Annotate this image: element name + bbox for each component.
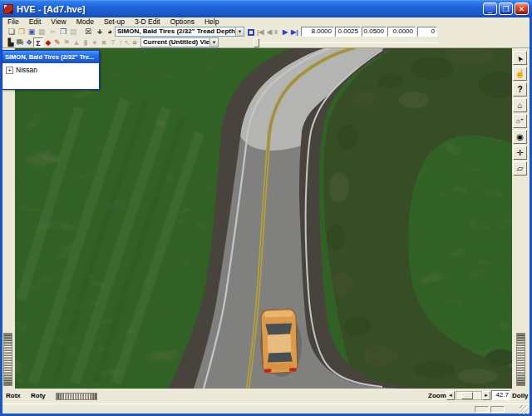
- menu-help[interactable]: Help: [200, 17, 224, 27]
- perspective-button[interactable]: ▱: [513, 161, 527, 176]
- event-tree-palette: SIMON, Bald Tires (2/32" Tre... + Nissan: [2, 50, 100, 90]
- title-bar: HVE - [Ad7.hve] _ ❐ ✕: [0, 0, 532, 17]
- zoom-right-arrow[interactable]: ►: [482, 391, 490, 400]
- current-time-field[interactable]: 0.0000: [387, 27, 416, 37]
- status-bar: [2, 404, 530, 414]
- step-back-button[interactable]: ◀: [267, 27, 272, 37]
- to-end-button[interactable]: ▶|: [291, 27, 298, 37]
- vehicle-nissan[interactable]: [259, 309, 303, 378]
- home-button[interactable]: ⌂: [513, 98, 527, 112]
- end-time-field[interactable]: 8.0000: [301, 27, 334, 37]
- pause-button[interactable]: ‖: [274, 27, 278, 37]
- set-home-button[interactable]: ⌂⁺: [513, 114, 527, 128]
- menu-3d-edit[interactable]: 3-D Edit: [130, 17, 165, 27]
- simulation-combo-value: SIMON, Bald Tires (2/32" Tread Depth): [117, 27, 238, 35]
- status-pane: [490, 406, 505, 413]
- zoom-slider-track[interactable]: [456, 391, 482, 400]
- play-button[interactable]: ▶: [283, 27, 288, 37]
- viewport-3d[interactable]: [15, 48, 512, 389]
- copy-icon[interactable]: ❒: [58, 27, 68, 37]
- help-button[interactable]: ?: [513, 82, 527, 97]
- paste-icon[interactable]: ▤: [68, 27, 78, 37]
- tree-expander[interactable]: +: [6, 67, 13, 74]
- view-all-button[interactable]: ◉: [513, 130, 527, 144]
- camera-icon[interactable]: ⌗: [130, 37, 140, 47]
- menu-options[interactable]: Options: [165, 17, 200, 27]
- timeline-slider[interactable]: [254, 42, 438, 43]
- maximize-button[interactable]: ❐: [499, 2, 513, 15]
- add-object-icon[interactable]: +: [95, 27, 105, 37]
- menu-mode[interactable]: Mode: [71, 17, 99, 27]
- tree-item-nissan[interactable]: + Nissan: [6, 66, 99, 74]
- rotx-thumbwheel[interactable]: [3, 333, 12, 386]
- view-combo-value: Current (Untitled) View: [143, 38, 215, 46]
- zoom-slider-thumb[interactable]: [461, 392, 473, 399]
- new-icon[interactable]: ❏: [7, 27, 17, 37]
- seek-button[interactable]: ✛: [513, 146, 527, 160]
- close-button[interactable]: ✕: [515, 2, 529, 15]
- menu-view[interactable]: View: [46, 17, 71, 27]
- window-title: HVE - [Ad7.hve]: [17, 4, 481, 14]
- palette-title[interactable]: SIMON, Bald Tires (2/32" Tre...: [2, 51, 99, 63]
- menu-bar: File Edit View Mode Set-up 3-D Edit Opti…: [2, 17, 530, 27]
- zoom-left-arrow[interactable]: ◄: [446, 391, 455, 400]
- print-icon[interactable]: ▦: [37, 27, 47, 37]
- view-combo[interactable]: Current (Untitled) View ▼: [140, 37, 219, 47]
- viewer-right-strip: ➤ ☝ ? ⌂ ⌂⁺ ◉ ✛ ▱: [512, 48, 530, 389]
- save-icon[interactable]: ▣: [27, 27, 37, 37]
- resize-grip[interactable]: [520, 405, 529, 414]
- frame-field[interactable]: 0: [417, 27, 437, 37]
- menu-file[interactable]: File: [2, 17, 24, 27]
- tree-item-label: Nissan: [16, 66, 37, 74]
- rotx-label: Rotx: [6, 392, 21, 399]
- menu-edit[interactable]: Edit: [24, 17, 47, 27]
- report-icon[interactable]: ☒: [83, 27, 93, 37]
- toolbar: ❏ ❐ ▣ ▦ ✂ ❒ ▤ ☒ + ◕ SIMON, Bald Tires (2…: [2, 27, 530, 48]
- event-mode-icon[interactable]: ◕: [105, 27, 115, 37]
- roty-thumbwheel[interactable]: [56, 393, 97, 400]
- simulation-combo[interactable]: SIMON, Bald Tires (2/32" Tread Depth) ▼: [115, 27, 244, 37]
- stop-button[interactable]: [248, 29, 254, 36]
- zoom-value-field[interactable]: 42.7: [491, 390, 510, 400]
- cut-icon[interactable]: ✂: [48, 27, 58, 37]
- pick-button[interactable]: ➤: [513, 51, 527, 65]
- minimize-button[interactable]: _: [483, 2, 497, 15]
- chevron-down-icon[interactable]: ▼: [235, 27, 244, 36]
- viewer-left-strip: [2, 48, 15, 389]
- dolly-thumbwheel[interactable]: [516, 333, 525, 386]
- viewer-bottom-strip: Rotx Roty Zoom ◄ ► 42.7 Dolly: [2, 389, 530, 404]
- roty-label: Roty: [31, 392, 46, 399]
- view-hand-button[interactable]: ☝: [513, 67, 527, 81]
- status-pane: [475, 406, 489, 413]
- open-icon[interactable]: ❐: [17, 27, 27, 37]
- time-step-field[interactable]: 0.0025: [335, 27, 361, 37]
- to-start-button[interactable]: |◀: [257, 27, 264, 37]
- zoom-label: Zoom: [428, 392, 446, 399]
- dolly-label: Dolly: [512, 392, 529, 399]
- palette-body: + Nissan: [2, 63, 99, 89]
- app-icon: [3, 4, 13, 14]
- output-interval-field[interactable]: 0.0500: [362, 27, 387, 37]
- timeline-thumb[interactable]: [254, 38, 259, 47]
- calculation-method-icon[interactable]: Σ: [33, 37, 43, 47]
- flag-icon[interactable]: ⚑: [62, 37, 71, 47]
- menu-setup[interactable]: Set-up: [99, 17, 130, 27]
- chevron-down-icon[interactable]: ▼: [209, 38, 218, 47]
